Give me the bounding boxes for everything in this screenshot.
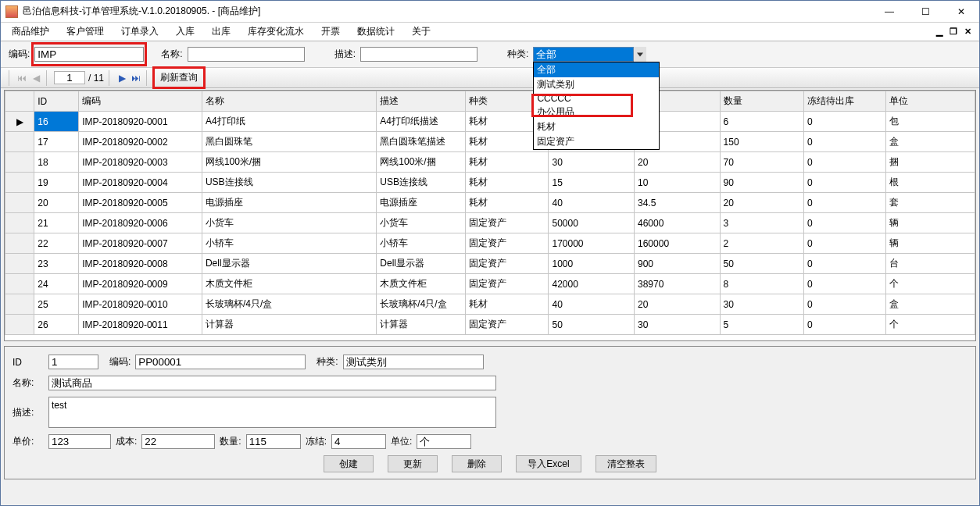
clear-table-button[interactable]: 清空整表 [596, 455, 656, 472]
nav-page-input[interactable] [54, 71, 85, 84]
table-cell[interactable]: 0 [803, 274, 885, 294]
table-cell[interactable]: IMP-20180920-0003 [79, 152, 202, 173]
table-cell[interactable]: 26 [34, 315, 79, 335]
table-cell[interactable]: 50 [549, 315, 635, 335]
table-cell[interactable]: 固定资产 [466, 233, 549, 254]
menu-about[interactable]: 关于 [404, 23, 438, 41]
table-cell[interactable]: 木质文件柜 [377, 274, 466, 294]
update-button[interactable]: 更新 [388, 455, 438, 472]
table-cell[interactable]: IMP-20180920-0001 [79, 112, 202, 132]
mdi-minimize-icon[interactable]: ▁ [934, 27, 945, 37]
maximize-button[interactable]: ☐ [907, 1, 943, 23]
table-cell[interactable]: 小轿车 [377, 233, 466, 254]
table-row[interactable]: 17IMP-20180920-0002黑白圆珠笔黑白圆珠笔描述耗材2015150… [5, 132, 975, 152]
col-id[interactable]: ID [34, 91, 79, 112]
filter-desc-input[interactable] [360, 47, 477, 62]
edit-name-input[interactable] [48, 376, 496, 390]
table-cell[interactable]: 20 [635, 294, 721, 315]
row-header[interactable] [5, 254, 34, 274]
table-cell[interactable]: 耗材 [466, 193, 549, 213]
table-cell[interactable]: 长玻璃杯/4只/盒 [377, 294, 466, 315]
table-cell[interactable]: IMP-20180920-0005 [79, 193, 202, 213]
table-cell[interactable]: 固定资产 [466, 254, 549, 274]
table-cell[interactable]: 0 [803, 152, 885, 173]
edit-freeze-input[interactable] [331, 434, 386, 449]
product-grid[interactable]: ID 编码 名称 描述 种类 单价 数量 冻结待出库 单位 ▶16IMP-201… [4, 90, 976, 341]
menu-customer-manage[interactable]: 客户管理 [59, 23, 112, 41]
table-cell[interactable]: 0 [803, 173, 885, 193]
col-code[interactable]: 编码 [79, 91, 202, 112]
table-cell[interactable]: 个 [886, 315, 975, 335]
row-header[interactable] [5, 233, 34, 254]
table-cell[interactable]: 0 [803, 233, 885, 254]
table-cell[interactable]: 长玻璃杯/4只/盒 [202, 294, 376, 315]
table-cell[interactable]: 小货车 [202, 213, 376, 233]
nav-last-icon[interactable]: ⏭ [131, 73, 141, 84]
table-cell[interactable]: 16 [34, 112, 79, 132]
table-cell[interactable]: 30 [635, 315, 721, 335]
col-qty[interactable]: 数量 [720, 91, 803, 112]
row-header[interactable]: ▶ [5, 112, 34, 132]
table-cell[interactable]: 34.5 [635, 193, 721, 213]
table-cell[interactable]: 50 [720, 254, 803, 274]
table-cell[interactable]: 25 [34, 294, 79, 315]
table-cell[interactable]: 0 [803, 294, 885, 315]
table-cell[interactable]: 20 [720, 193, 803, 213]
table-cell[interactable]: 23 [34, 254, 79, 274]
table-cell[interactable]: 40 [549, 294, 635, 315]
delete-button[interactable]: 删除 [452, 455, 502, 472]
table-cell[interactable]: 160000 [635, 233, 721, 254]
table-cell[interactable]: 40 [549, 193, 635, 213]
table-cell[interactable]: 固定资产 [466, 274, 549, 294]
table-cell[interactable]: IMP-20180920-0006 [79, 213, 202, 233]
table-cell[interactable]: 电源插座 [377, 193, 466, 213]
table-row[interactable]: 25IMP-20180920-0010长玻璃杯/4只/盒长玻璃杯/4只/盒耗材4… [5, 294, 975, 315]
col-desc[interactable]: 描述 [377, 91, 466, 112]
table-cell[interactable]: 辆 [886, 213, 975, 233]
table-cell[interactable]: 包 [886, 112, 975, 132]
edit-id-input[interactable] [48, 355, 98, 369]
table-cell[interactable]: 24 [34, 274, 79, 294]
table-row[interactable]: 21IMP-20180920-0006小货车小货车固定资产50000460003… [5, 213, 975, 233]
table-cell[interactable]: 46000 [635, 213, 721, 233]
table-cell[interactable]: 盒 [886, 132, 975, 152]
table-row[interactable]: 20IMP-20180920-0005电源插座电源插座耗材4034.5200套 [5, 193, 975, 213]
table-cell[interactable]: 19 [34, 173, 79, 193]
table-cell[interactable]: 固定资产 [466, 213, 549, 233]
table-cell[interactable]: 6 [720, 112, 803, 132]
table-cell[interactable]: 小货车 [377, 213, 466, 233]
table-cell[interactable]: 3 [720, 213, 803, 233]
nav-first-icon[interactable]: ⏮ [16, 73, 27, 84]
table-cell[interactable]: 5 [720, 315, 803, 335]
table-cell[interactable]: 盒 [886, 294, 975, 315]
menu-statistics[interactable]: 数据统计 [349, 23, 402, 41]
col-name[interactable]: 名称 [202, 91, 376, 112]
table-cell[interactable]: 0 [803, 254, 885, 274]
table-cell[interactable]: 1000 [549, 254, 635, 274]
table-cell[interactable]: 固定资产 [466, 315, 549, 335]
table-cell[interactable]: 小轿车 [202, 233, 376, 254]
table-cell[interactable]: 15 [549, 173, 635, 193]
table-cell[interactable]: 0 [803, 112, 885, 132]
row-header[interactable] [5, 193, 34, 213]
table-cell[interactable]: 0 [803, 132, 885, 152]
menu-stock-change[interactable]: 库存变化流水 [240, 23, 312, 41]
menu-invoice[interactable]: 开票 [313, 23, 348, 41]
create-button[interactable]: 创建 [324, 455, 374, 472]
minimize-button[interactable]: — [871, 1, 907, 23]
table-cell[interactable]: 18 [34, 152, 79, 173]
mdi-close-icon[interactable]: ✕ [962, 27, 973, 37]
type-option-test[interactable]: 测试类别 [534, 77, 659, 92]
table-cell[interactable]: 2 [720, 233, 803, 254]
filter-type-input[interactable] [533, 47, 646, 62]
table-cell[interactable]: 150 [720, 132, 803, 152]
table-cell[interactable]: 30 [720, 294, 803, 315]
menu-stock-in[interactable]: 入库 [168, 23, 202, 41]
table-cell[interactable]: 捆 [886, 152, 975, 173]
table-cell[interactable]: 20 [34, 193, 79, 213]
table-row[interactable]: 26IMP-20180920-0011计算器计算器固定资产503050个 [5, 315, 975, 335]
table-cell[interactable]: 辆 [886, 233, 975, 254]
nav-next-icon[interactable]: ▶ [116, 73, 127, 84]
table-cell[interactable]: 计算器 [377, 315, 466, 335]
table-cell[interactable]: 50000 [549, 213, 635, 233]
